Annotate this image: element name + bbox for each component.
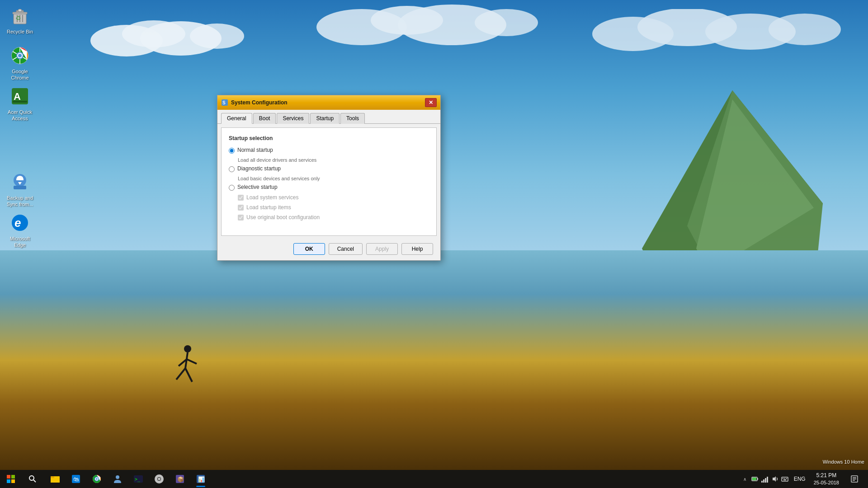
taskbar-clock[interactable]: 5:21 PM 25-05-2018: [810, 470, 843, 488]
tray-volume-icon: [770, 470, 779, 488]
svg-line-55: [33, 480, 36, 482]
diagnostic-startup-desc: Load basic devices and services only: [238, 176, 429, 181]
selective-startup-radio[interactable]: [229, 185, 235, 191]
taskbar-terminal[interactable]: >_: [128, 470, 148, 488]
svg-rect-50: [7, 475, 10, 479]
search-button[interactable]: [22, 470, 43, 488]
taskbar-settings[interactable]: [149, 470, 169, 488]
startup-section-title: Startup selection: [229, 135, 429, 141]
volume-icon: [771, 475, 778, 483]
load-startup-items-checkbox: [238, 205, 244, 211]
load-startup-items-label: Load startup items: [246, 204, 291, 211]
cancel-button[interactable]: Cancel: [329, 243, 363, 255]
tool1-icon: 📦: [175, 474, 185, 484]
normal-startup-option[interactable]: Normal startup: [229, 147, 429, 154]
taskbar-chrome[interactable]: [87, 470, 107, 488]
normal-startup-radio[interactable]: [229, 148, 235, 154]
tray-network-icon: [760, 470, 769, 488]
taskbar-store[interactable]: 🛍: [66, 470, 86, 488]
selective-checkboxes: Load system services Load startup items …: [238, 194, 429, 221]
diagnostic-startup-option[interactable]: Diagnostic startup: [229, 165, 429, 172]
system-config-dialog: S System Configuration ✕ General Boot Se…: [217, 95, 441, 261]
tool2-icon: 📊: [196, 474, 206, 484]
dialog-buttons: OK Cancel Apply Help: [217, 239, 440, 260]
settings-icon: [154, 474, 164, 484]
svg-rect-52: [7, 479, 10, 483]
normal-startup-label: Normal startup: [237, 147, 273, 153]
dialog-titlebar: S System Configuration ✕: [217, 95, 440, 110]
clock-date: 25-05-2018: [814, 479, 839, 486]
svg-rect-83: [782, 477, 788, 481]
dialog-close-button[interactable]: ✕: [425, 98, 437, 107]
tab-services[interactable]: Services: [277, 113, 309, 124]
battery-icon: [751, 475, 759, 483]
svg-text:📊: 📊: [198, 476, 205, 483]
svg-rect-51: [11, 475, 15, 479]
load-system-services-option: Load system services: [238, 194, 429, 201]
svg-text:>_: >_: [135, 477, 141, 482]
start-icon: [7, 475, 15, 483]
network-icon: [761, 475, 769, 483]
svg-text:📦: 📦: [177, 476, 184, 483]
taskbar-tool1[interactable]: 📦: [170, 470, 190, 488]
diagnostic-startup-label: Diagnostic startup: [237, 165, 281, 172]
tray-keyboard-icon: [780, 470, 789, 488]
store-icon: 🛍: [71, 474, 81, 484]
language-indicator[interactable]: ENG: [791, 470, 808, 488]
selective-startup-label: Selective startup: [237, 184, 278, 190]
svg-point-70: [158, 478, 160, 480]
ok-button[interactable]: OK: [293, 243, 325, 255]
svg-point-65: [116, 475, 119, 479]
windows-version-label: Windows 10 Home: [823, 459, 864, 465]
terminal-icon: >_: [133, 474, 143, 484]
start-button[interactable]: [0, 470, 22, 488]
taskbar-file-explorer[interactable]: [45, 470, 65, 488]
dialog-main-content: Startup selection Normal startup Load al…: [221, 127, 437, 236]
titlebar-left: S System Configuration: [221, 99, 288, 106]
apply-button[interactable]: Apply: [366, 243, 398, 255]
svg-rect-79: [763, 479, 764, 483]
taskbar-people[interactable]: [108, 470, 127, 488]
svg-rect-84: [783, 478, 783, 479]
taskbar: 🛍: [0, 470, 868, 488]
system-config-title-icon: S: [221, 99, 228, 106]
svg-rect-77: [752, 478, 756, 480]
use-original-boot-label: Use original boot configuration: [246, 214, 320, 221]
svg-rect-81: [767, 477, 768, 483]
search-icon: [28, 475, 37, 483]
taskbar-right: ∧: [737, 470, 868, 488]
tab-general[interactable]: General: [221, 113, 252, 124]
system-tray: ∧: [741, 470, 789, 488]
svg-text:S: S: [222, 100, 226, 105]
svg-rect-53: [11, 479, 15, 483]
notification-icon: [851, 475, 858, 483]
svg-rect-86: [786, 478, 787, 479]
svg-point-54: [29, 476, 34, 480]
notification-button[interactable]: [844, 470, 864, 488]
svg-rect-58: [51, 476, 54, 478]
svg-point-64: [96, 478, 98, 480]
file-explorer-icon: [50, 474, 60, 484]
clock-time: 5:21 PM: [816, 472, 837, 479]
selective-startup-option[interactable]: Selective startup: [229, 184, 429, 191]
help-button[interactable]: Help: [401, 243, 433, 255]
taskbar-tool2[interactable]: 📊: [191, 470, 211, 488]
dialog-tabs: General Boot Services Startup Tools: [217, 110, 440, 124]
tray-battery-icon: [750, 470, 760, 488]
tab-boot[interactable]: Boot: [253, 113, 276, 124]
load-system-services-label: Load system services: [246, 194, 298, 201]
diagnostic-startup-radio[interactable]: [229, 166, 235, 172]
tray-expand-button[interactable]: ∧: [741, 470, 750, 488]
taskbar-app-icons: 🛍: [43, 470, 212, 488]
load-startup-items-option: Load startup items: [238, 204, 429, 211]
svg-marker-82: [773, 476, 776, 482]
svg-rect-85: [784, 478, 785, 479]
tab-tools[interactable]: Tools: [340, 113, 365, 124]
svg-text:🛍: 🛍: [73, 476, 79, 483]
svg-rect-57: [51, 478, 60, 483]
tab-startup[interactable]: Startup: [310, 113, 340, 124]
desktop: ♻ Recycle Bin: [0, 0, 868, 488]
svg-rect-87: [783, 479, 786, 480]
normal-startup-desc: Load all device drivers and services: [238, 157, 429, 163]
keyboard-icon: [781, 475, 788, 483]
